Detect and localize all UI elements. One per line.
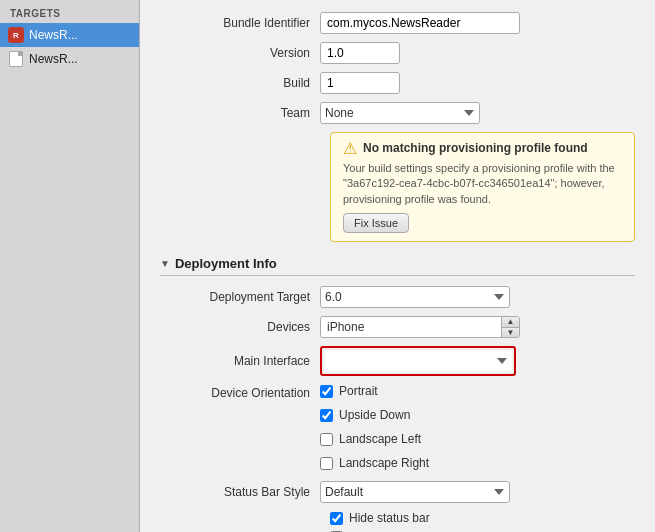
app-icon: R bbox=[8, 27, 24, 43]
fix-issue-button[interactable]: Fix Issue bbox=[343, 213, 409, 233]
sidebar-header: TARGETS bbox=[0, 0, 139, 23]
status-bar-checkboxes: Hide status bar Requires full screen bbox=[330, 511, 635, 532]
orientation-landscape-left: Landscape Left bbox=[320, 432, 429, 446]
main-interface-row: Main Interface bbox=[160, 346, 635, 376]
deployment-info-section: ▼ Deployment Info bbox=[160, 256, 635, 276]
devices-label: Devices bbox=[160, 320, 320, 334]
main-interface-label: Main Interface bbox=[160, 354, 320, 368]
sidebar-item-label: NewsR... bbox=[29, 52, 78, 66]
devices-arrow-up[interactable]: ▲ bbox=[502, 317, 519, 328]
warning-title-text: No matching provisioning profile found bbox=[363, 141, 588, 155]
deployment-section-title: Deployment Info bbox=[175, 256, 277, 271]
orientation-upside-down: Upside Down bbox=[320, 408, 429, 422]
landscape-right-checkbox[interactable] bbox=[320, 457, 333, 470]
team-row: Team None bbox=[160, 102, 635, 124]
sidebar-item-label: NewsR... bbox=[29, 28, 78, 42]
portrait-label: Portrait bbox=[339, 384, 378, 398]
device-orientation-row: Device Orientation Portrait Upside Down … bbox=[160, 384, 635, 475]
bundle-identifier-input[interactable] bbox=[320, 12, 520, 34]
bundle-identifier-label: Bundle Identifier bbox=[160, 16, 320, 30]
status-bar-style-row: Status Bar Style Default Light Content bbox=[160, 481, 635, 503]
build-label: Build bbox=[160, 76, 320, 90]
bundle-identifier-row: Bundle Identifier bbox=[160, 12, 635, 34]
main-interface-highlight bbox=[320, 346, 516, 376]
team-select[interactable]: None bbox=[320, 102, 480, 124]
upside-down-label: Upside Down bbox=[339, 408, 410, 422]
landscape-left-checkbox[interactable] bbox=[320, 433, 333, 446]
version-row: Version bbox=[160, 42, 635, 64]
orientation-landscape-right: Landscape Right bbox=[320, 456, 429, 470]
warning-box: ⚠ No matching provisioning profile found… bbox=[330, 132, 635, 242]
upside-down-checkbox[interactable] bbox=[320, 409, 333, 422]
sidebar-item-newsreader-app[interactable]: R NewsR... bbox=[0, 23, 139, 47]
main-content: Bundle Identifier Version Build Team Non… bbox=[140, 0, 655, 532]
devices-row: Devices iPhone iPad Universal ▲ ▼ bbox=[160, 316, 635, 338]
hide-status-bar-checkbox[interactable] bbox=[330, 512, 343, 525]
sidebar: TARGETS R NewsR... NewsR... bbox=[0, 0, 140, 532]
deployment-target-row: Deployment Target 6.0 bbox=[160, 286, 635, 308]
deployment-target-label: Deployment Target bbox=[160, 290, 320, 304]
section-triangle-icon: ▼ bbox=[160, 258, 170, 269]
devices-arrow-down[interactable]: ▼ bbox=[502, 328, 519, 338]
hide-status-bar-row: Hide status bar bbox=[330, 511, 635, 525]
devices-arrow-buttons: ▲ ▼ bbox=[501, 317, 519, 337]
file-icon bbox=[8, 51, 24, 67]
deployment-target-select[interactable]: 6.0 bbox=[320, 286, 510, 308]
devices-select-container: iPhone iPad Universal ▲ ▼ bbox=[320, 316, 520, 338]
version-input[interactable] bbox=[320, 42, 400, 64]
team-label: Team bbox=[160, 106, 320, 120]
hide-status-bar-label: Hide status bar bbox=[349, 511, 430, 525]
device-orientation-label: Device Orientation bbox=[160, 384, 320, 475]
main-interface-select[interactable] bbox=[324, 350, 512, 372]
build-row: Build bbox=[160, 72, 635, 94]
portrait-checkbox[interactable] bbox=[320, 385, 333, 398]
devices-select[interactable]: iPhone iPad Universal bbox=[320, 316, 520, 338]
status-bar-style-select[interactable]: Default Light Content bbox=[320, 481, 510, 503]
warning-body: Your build settings specify a provisioni… bbox=[343, 161, 622, 207]
landscape-right-label: Landscape Right bbox=[339, 456, 429, 470]
landscape-left-label: Landscape Left bbox=[339, 432, 421, 446]
version-label: Version bbox=[160, 46, 320, 60]
sidebar-item-newsreader-file[interactable]: NewsR... bbox=[0, 47, 139, 71]
build-input[interactable] bbox=[320, 72, 400, 94]
orientation-portrait: Portrait bbox=[320, 384, 429, 398]
orientation-checks: Portrait Upside Down Landscape Left Land… bbox=[320, 384, 429, 475]
warning-icon: ⚠ bbox=[343, 141, 357, 157]
status-bar-style-label: Status Bar Style bbox=[160, 485, 320, 499]
